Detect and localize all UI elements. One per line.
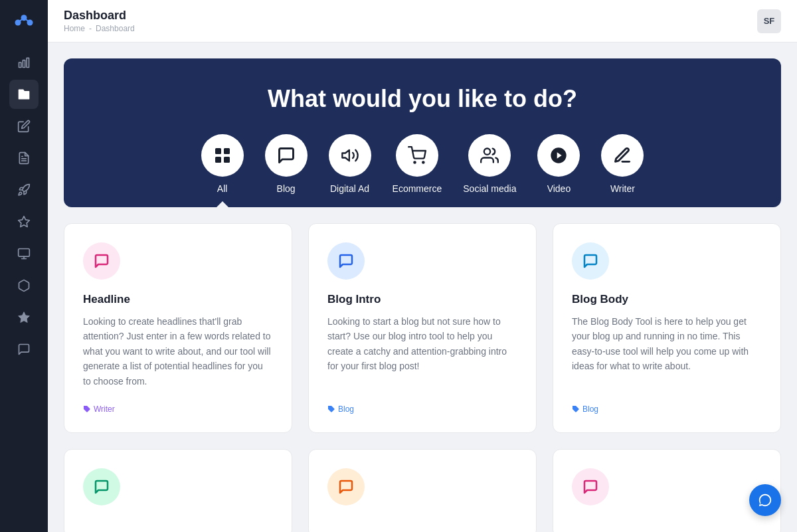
svg-point-18	[414, 161, 415, 163]
card-5-icon	[327, 468, 365, 505]
sidebar-item-document[interactable]	[9, 143, 39, 173]
category-writer-icon	[601, 134, 644, 177]
card-blog-intro[interactable]: Blog Intro Looking to start a blog but n…	[308, 223, 537, 433]
header-left: Dashboard Home - Dashboard	[64, 9, 135, 33]
sidebar-item-box[interactable]	[9, 271, 39, 300]
svg-rect-14	[224, 148, 230, 154]
card-6-icon	[572, 468, 609, 505]
category-ecommerce-icon	[396, 134, 438, 177]
category-digital-ad-label: Digital Ad	[330, 183, 369, 194]
category-all-label: All	[217, 183, 228, 194]
card-5[interactable]	[308, 449, 537, 532]
hero-title: What would you like to do?	[80, 85, 765, 113]
card-blog-body-icon	[572, 242, 609, 280]
user-avatar[interactable]: SF	[757, 9, 781, 33]
cards-grid: Headline Looking to create headlines tha…	[64, 223, 781, 532]
svg-point-19	[422, 161, 424, 163]
card-blog-body-tag: Blog	[572, 404, 762, 414]
sidebar-item-chat[interactable]	[9, 335, 39, 364]
category-blog-label: Blog	[277, 183, 296, 194]
card-blog-intro-icon	[327, 242, 365, 280]
sidebar-item-starred[interactable]	[9, 303, 39, 332]
category-ecommerce[interactable]: Ecommerce	[393, 134, 442, 207]
category-blog[interactable]: Blog	[265, 134, 308, 207]
category-ecommerce-label: Ecommerce	[393, 183, 442, 194]
app-logo[interactable]	[9, 8, 39, 37]
category-writer-label: Writer	[610, 183, 635, 194]
breadcrumb-current: Dashboard	[96, 24, 135, 33]
svg-marker-17	[342, 150, 349, 161]
svg-rect-16	[224, 157, 230, 163]
card-headline-desc: Looking to create headlines that'll grab…	[83, 314, 273, 389]
category-writer[interactable]: Writer	[601, 134, 644, 207]
svg-point-20	[484, 149, 490, 155]
svg-rect-6	[23, 60, 25, 68]
svg-rect-5	[19, 62, 21, 68]
card-blog-body-tag-label: Blog	[582, 404, 598, 414]
breadcrumb-home[interactable]: Home	[64, 24, 85, 33]
sidebar-item-analytics[interactable]	[9, 48, 39, 77]
sidebar	[0, 0, 48, 532]
card-blog-intro-tag-label: Blog	[338, 404, 354, 414]
category-row: All Blog Digital Ad	[80, 134, 765, 207]
category-digital-ad[interactable]: Digital Ad	[329, 134, 371, 207]
card-blog-body[interactable]: Blog Body The Blog Body Tool is here to …	[553, 223, 781, 433]
category-video-label: Video	[547, 183, 571, 194]
svg-rect-15	[215, 157, 221, 163]
card-headline[interactable]: Headline Looking to create headlines tha…	[64, 223, 292, 433]
card-blog-intro-title: Blog Intro	[327, 293, 517, 306]
card-4[interactable]	[64, 449, 292, 532]
breadcrumb-separator: -	[89, 24, 92, 33]
sidebar-item-template[interactable]	[9, 239, 39, 268]
svg-marker-12	[19, 312, 30, 323]
content-area: What would you like to do? All Blog	[48, 43, 797, 532]
category-social-media[interactable]: Social media	[463, 134, 516, 207]
chat-button[interactable]	[749, 484, 781, 516]
category-video-icon	[537, 134, 580, 177]
card-blog-intro-tag: Blog	[327, 404, 517, 414]
sidebar-item-edit[interactable]	[9, 112, 39, 141]
main-content: Dashboard Home - Dashboard SF What would…	[48, 0, 797, 532]
svg-rect-11	[19, 249, 30, 257]
category-video[interactable]: Video	[537, 134, 580, 207]
sidebar-item-rocket[interactable]	[9, 175, 39, 205]
card-blog-intro-desc: Looking to start a blog but not sure how…	[327, 314, 517, 389]
card-headline-icon	[83, 242, 120, 280]
category-social-media-label: Social media	[463, 183, 516, 194]
category-blog-icon	[265, 134, 308, 177]
svg-rect-13	[215, 148, 221, 154]
svg-marker-10	[19, 217, 30, 227]
sidebar-item-files[interactable]	[9, 80, 39, 109]
page-title: Dashboard	[64, 9, 135, 23]
card-headline-tag-label: Writer	[94, 404, 115, 414]
category-social-media-icon	[468, 134, 511, 177]
card-4-icon	[83, 468, 120, 505]
category-all[interactable]: All	[201, 134, 244, 207]
sidebar-item-star[interactable]	[9, 207, 39, 236]
card-blog-body-title: Blog Body	[572, 293, 762, 306]
card-headline-tag: Writer	[83, 404, 273, 414]
card-6[interactable]	[553, 449, 781, 532]
card-blog-body-desc: The Blog Body Tool is here to help you g…	[572, 314, 762, 389]
breadcrumb: Home - Dashboard	[64, 24, 135, 33]
card-headline-title: Headline	[83, 293, 273, 306]
header: Dashboard Home - Dashboard SF	[48, 0, 797, 43]
category-digital-ad-icon	[329, 134, 371, 177]
svg-rect-7	[27, 58, 29, 67]
category-all-icon	[201, 134, 244, 177]
hero-banner: What would you like to do? All Blog	[64, 58, 781, 207]
